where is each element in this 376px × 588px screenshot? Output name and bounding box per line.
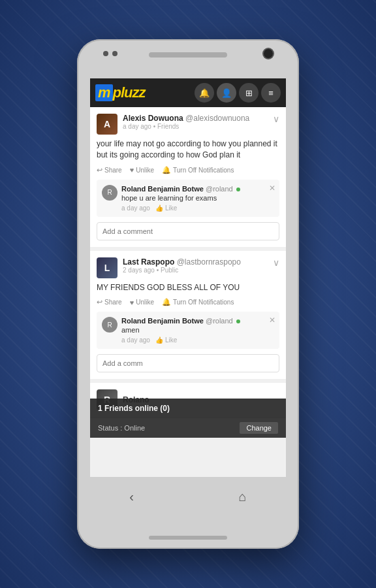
screen: mpluzz 🔔 👤 ⊞ ≡ ∨ A Alexis Dowuona @ <box>90 78 286 477</box>
post2-meta: Last Raspopo @lastbornraspopo 2 days ago… <box>123 257 279 274</box>
post2-comment-author: Roland Benjamin Botwe @roland <box>121 317 240 325</box>
post1-handle: @alexisdownuona <box>185 114 249 123</box>
home-nav-btn[interactable]: ⌂ <box>239 489 247 504</box>
bell-icon: 🔔 <box>162 166 171 174</box>
app-logo: mpluzz <box>95 84 146 101</box>
phone-frame: mpluzz 🔔 👤 ⊞ ≡ ∨ A Alexis Dowuona @ <box>77 39 299 549</box>
post1-comment-author: Roland Benjamin Botwe @roland <box>121 185 240 193</box>
post-card-2: ∨ L Last Raspopo @lastbornraspopo 2 days… <box>90 251 286 380</box>
post2-chevron-icon[interactable]: ∨ <box>273 257 279 268</box>
phone-speaker-top <box>149 52 227 57</box>
share-icon: ↩ <box>97 166 102 174</box>
post2-comment-like-btn[interactable]: 👍 Like <box>155 336 177 344</box>
post1-comment-close-btn[interactable]: ✕ <box>269 184 275 193</box>
thumbs-up-icon: 👍 <box>155 204 163 212</box>
online-status-label: Status : Online <box>98 424 145 432</box>
post1-add-comment-input[interactable] <box>97 222 279 240</box>
heart-icon: ♥ <box>130 166 134 174</box>
phone-camera <box>264 49 273 58</box>
grid-icon-btn[interactable]: ⊞ <box>239 83 258 103</box>
post2-time: 2 days ago • Public <box>123 267 279 274</box>
post1-author: Alexis Dowuona @alexisdownuona <box>123 114 279 123</box>
post2-comment-time: a day ago <box>121 336 150 344</box>
post1-header: A Alexis Dowuona @alexisdownuona a day a… <box>97 114 279 135</box>
post1-comment-like-btn[interactable]: 👍 Like <box>155 204 177 212</box>
post2-comment-online-dot <box>236 319 240 323</box>
post1-time: a day ago • Friends <box>123 123 279 130</box>
profile-icon-btn[interactable]: 👤 <box>217 83 236 103</box>
post1-comment-meta: Roland Benjamin Botwe @roland hope u are… <box>121 185 240 212</box>
post1-comment-time: a day ago <box>121 204 150 212</box>
post2-unlike-btn[interactable]: ♥ Unlike <box>130 298 154 306</box>
post1-meta: Alexis Dowuona @alexisdownuona a day ago… <box>123 114 279 130</box>
post-card-1: ∨ A Alexis Dowuona @alexisdownuona a day… <box>90 107 286 247</box>
post2-comment-meta: Roland Benjamin Botwe @roland amen a day… <box>121 317 240 344</box>
thumbs-up-icon-2: 👍 <box>155 336 163 344</box>
post1-share-btn[interactable]: ↩ Share <box>97 166 122 174</box>
phone-top-bar <box>77 39 299 78</box>
post2-avatar: L <box>97 257 118 278</box>
back-nav-btn[interactable]: ‹ <box>129 489 134 504</box>
heart-icon-2: ♥ <box>130 299 134 306</box>
online-popup-header: 1 Friends online (0) <box>90 399 286 418</box>
post2-handle: @lastbornraspopo <box>177 257 241 267</box>
online-popup: 1 Friends online (0) Status : Online Cha… <box>90 399 286 438</box>
header-icons: 🔔 👤 ⊞ ≡ <box>195 83 281 103</box>
post1-comment-header: R Roland Benjamin Botwe @roland hope u a… <box>102 185 274 212</box>
post1-avatar: A <box>97 114 118 135</box>
menu-icon-btn[interactable]: ≡ <box>261 83 281 103</box>
post2-add-comment-input[interactable] <box>97 354 279 372</box>
post2-comment-avatar: R <box>102 317 118 333</box>
post2-comment-footer: a day ago 👍 Like <box>121 336 240 344</box>
phone-bottom-bar: ‹ ⌂ <box>77 477 299 516</box>
post2-comment-close-btn[interactable]: ✕ <box>269 316 275 325</box>
post1-comment-text: hope u are learning for exams <box>121 194 240 202</box>
bell-icon-2: 🔔 <box>162 298 171 306</box>
change-status-btn[interactable]: Change <box>240 422 278 434</box>
post2-content: MY FRIENDS GOD BLESS ALL OF YOU <box>97 282 279 293</box>
online-popup-row: Status : Online Change <box>90 418 286 438</box>
post2-comment-section: ✕ R Roland Benjamin Botwe @roland amen a <box>97 312 279 349</box>
post1-chevron-icon[interactable]: ∨ <box>273 114 279 124</box>
post2-comment-text: amen <box>121 326 240 334</box>
post1-actions: ↩ Share ♥ Unlike 🔔 Turn Off Notification… <box>97 166 279 174</box>
post1-comment-footer: a day ago 👍 Like <box>121 204 240 212</box>
post1-notifications-btn[interactable]: 🔔 Turn Off Notifications <box>162 166 234 174</box>
post2-comment-header: R Roland Benjamin Botwe @roland amen a d… <box>102 317 274 344</box>
post2-notifications-btn[interactable]: 🔔 Turn Off Notifications <box>162 298 234 306</box>
friends-online-count: 1 Friends online (0) <box>98 404 170 413</box>
phone-dots <box>103 51 118 56</box>
notifications-icon-btn[interactable]: 🔔 <box>195 83 214 103</box>
post1-comment-avatar: R <box>102 185 118 201</box>
post2-actions: ↩ Share ♥ Unlike 🔔 Turn Off Notification… <box>97 298 279 306</box>
post1-unlike-btn[interactable]: ♥ Unlike <box>130 166 154 174</box>
app-header: mpluzz 🔔 👤 ⊞ ≡ <box>90 78 286 107</box>
post1-comment-online-dot <box>236 188 240 191</box>
post2-header: L Last Raspopo @lastbornraspopo 2 days a… <box>97 257 279 278</box>
post2-author: Last Raspopo @lastbornraspopo <box>123 257 279 267</box>
post2-share-btn[interactable]: ↩ Share <box>97 298 122 306</box>
post1-comment-section: ✕ R Roland Benjamin Botwe @roland hope u… <box>97 180 279 217</box>
post1-content: your life may not go according to how yo… <box>97 139 279 161</box>
share-icon-2: ↩ <box>97 298 102 306</box>
phone-speaker-bottom <box>149 536 227 540</box>
